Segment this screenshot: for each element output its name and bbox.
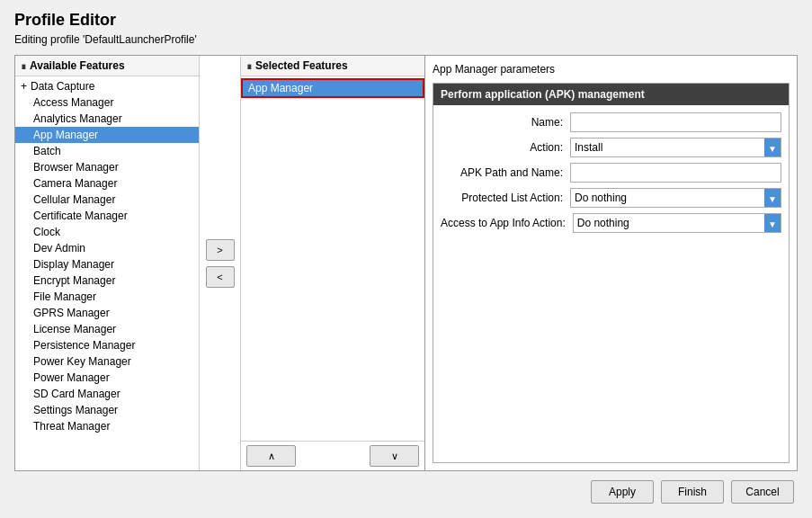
feature-cellular-manager[interactable]: Cellular Manager (15, 192, 199, 208)
action-select-value: Install (571, 138, 764, 156)
apply-button[interactable]: Apply (591, 480, 654, 504)
feature-app-manager[interactable]: App Manager (15, 127, 199, 143)
feature-display-manager[interactable]: Display Manager (15, 256, 199, 272)
feature-clock[interactable]: Clock (15, 224, 199, 240)
protected-list-dropdown-arrow[interactable]: ▼ (764, 189, 781, 208)
protected-list-select-value: Do nothing (571, 189, 764, 207)
feature-power-key-manager[interactable]: Power Key Manager (15, 353, 199, 370)
feature-sd-card-manager[interactable]: SD Card Manager (15, 386, 199, 402)
selected-expand-icon: ∎ (246, 61, 252, 71)
expand-group-icon: + (21, 80, 27, 93)
apk-path-label: APK Path and Name: (441, 166, 567, 179)
right-panel: App Manager parameters Perform applicati… (425, 56, 797, 470)
name-label: Name: (441, 116, 567, 129)
selected-app-manager[interactable]: App Manager (241, 78, 424, 98)
app-info-select-wrapper[interactable]: Do nothing ▼ (573, 213, 781, 233)
param-row-action: Action: Install ▼ (441, 138, 781, 157)
available-features-list: + Data Capture Access Manager Analytics … (15, 76, 199, 470)
move-up-button[interactable]: ∧ (246, 445, 296, 467)
action-select-wrapper[interactable]: Install ▼ (570, 138, 781, 157)
feature-settings-manager[interactable]: Settings Manager (15, 402, 199, 418)
param-row-app-info: Access to App Info Action: Do nothing ▼ (441, 213, 781, 233)
protected-list-label: Protected List Action: (441, 192, 567, 204)
feature-threat-manager[interactable]: Threat Manager (15, 418, 199, 434)
feature-camera-manager[interactable]: Camera Manager (15, 175, 199, 192)
selected-features-list: App Manager (241, 76, 424, 441)
feature-certificate-manager[interactable]: Certificate Manager (15, 208, 199, 224)
feature-gprs-manager[interactable]: GPRS Manager (15, 305, 199, 321)
available-features-header: Available Features (30, 59, 125, 72)
param-row-name: Name: (441, 112, 781, 132)
feature-analytics-manager[interactable]: Analytics Manager (15, 111, 199, 127)
feature-power-manager[interactable]: Power Manager (15, 370, 199, 386)
finish-button[interactable]: Finish (661, 480, 724, 504)
feature-access-manager[interactable]: Access Manager (15, 94, 199, 111)
right-panel-title: App Manager parameters (433, 63, 790, 76)
page-title: Profile Editor (14, 11, 798, 30)
feature-persistence-manager[interactable]: Persistence Manager (15, 337, 199, 353)
transfer-buttons-area: > < (200, 56, 241, 470)
nav-buttons: ∧ ∨ (241, 441, 424, 470)
transfer-right-button[interactable]: > (206, 239, 235, 261)
feature-batch[interactable]: Batch (15, 143, 199, 159)
app-info-select-value: Do nothing (574, 214, 764, 232)
app-info-dropdown-arrow[interactable]: ▼ (764, 214, 781, 233)
selected-features-header: Selected Features (255, 59, 348, 72)
move-down-button[interactable]: ∨ (370, 445, 419, 467)
action-label: Action: (441, 141, 567, 154)
cancel-button[interactable]: Cancel (731, 480, 794, 504)
app-info-label: Access to App Info Action: (441, 217, 569, 229)
name-input[interactable] (570, 112, 781, 132)
param-row-protected-list: Protected List Action: Do nothing ▼ (441, 188, 781, 208)
param-row-apk-path: APK Path and Name: (441, 163, 781, 183)
transfer-left-button[interactable]: < (206, 266, 235, 288)
feature-license-manager[interactable]: License Manager (15, 321, 199, 337)
action-dropdown-arrow[interactable]: ▼ (764, 138, 781, 157)
subtitle: Editing profile 'DefaultLauncherProfile' (14, 33, 798, 46)
feature-file-manager[interactable]: File Manager (15, 289, 199, 305)
params-body: Name: Action: Install ▼ APK Path and Nam… (433, 105, 789, 240)
feature-encrypt-manager[interactable]: Encrypt Manager (15, 272, 199, 289)
apk-path-input[interactable] (570, 163, 781, 183)
data-capture-group[interactable]: + Data Capture (15, 78, 199, 94)
bottom-bar: Apply Finish Cancel (14, 471, 798, 507)
expand-icon: ∎ (21, 61, 26, 71)
feature-dev-admin[interactable]: Dev Admin (15, 240, 199, 256)
params-header: Perform application (APK) management (433, 84, 789, 105)
params-section: Perform application (APK) management Nam… (433, 83, 790, 463)
protected-list-select-wrapper[interactable]: Do nothing ▼ (570, 188, 781, 208)
feature-browser-manager[interactable]: Browser Manager (15, 159, 199, 175)
